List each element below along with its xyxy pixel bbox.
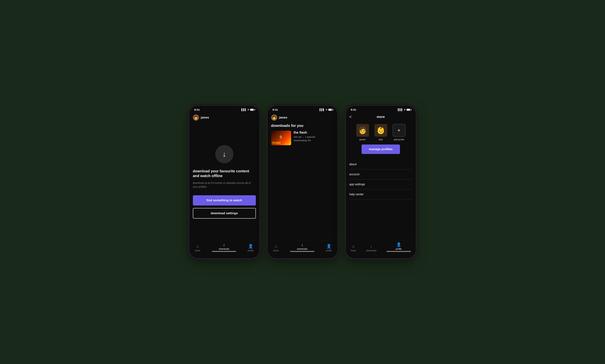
nav-profile-label-3: profile: [396, 248, 402, 250]
signal-icon-2: ▌▌▌: [320, 108, 325, 111]
profile-kids[interactable]: 👶 kids: [374, 124, 387, 141]
profile-avatar-kids: 👶: [374, 124, 387, 137]
status-icons-3: ▌▌▌ ▾: [398, 108, 411, 111]
download-size: 164 mb: [294, 136, 301, 138]
wifi-icon-2: ▾: [326, 108, 327, 111]
nav-downloads-label-3: downloads: [366, 249, 376, 252]
battery-icon-3: [407, 109, 411, 111]
flash-logo: FLASH: [272, 142, 281, 144]
battery-wrapper: [250, 109, 254, 111]
nav-home-3[interactable]: ⌂ home: [351, 244, 356, 252]
downloads-icon-2: ↓: [301, 242, 303, 247]
signal-icon-3: ▌▌▌: [398, 108, 403, 111]
profile-james[interactable]: 🧑 james: [356, 124, 369, 141]
battery-icon: [250, 109, 254, 111]
username-2: james: [279, 116, 287, 119]
p1-main-title: download your favourite content and watc…: [193, 169, 256, 178]
download-meta: 164 mb | 1 episode: [294, 136, 334, 138]
active-indicator-2: [290, 251, 314, 252]
find-something-to-watch-button[interactable]: find something to watch: [193, 195, 256, 206]
menu-item-app-settings[interactable]: app settings: [349, 180, 412, 189]
menu-item-help-center[interactable]: help center: [349, 189, 412, 199]
nav-downloads-2[interactable]: ↓ downloads: [290, 242, 314, 253]
download-progress: downloading 4%: [294, 139, 334, 142]
screen-content-1: 🧑 james ↓ download your favourite conten…: [189, 113, 259, 259]
screen-content-3: < more 🧑 james 👶 kids + add profie manag…: [346, 113, 416, 259]
profiles-section: 🧑 james 👶 kids + add profie: [346, 122, 416, 144]
nav-profile-label-1: profile: [248, 249, 254, 252]
profile-name-add: add profie: [394, 138, 404, 141]
p3-header: < more: [346, 113, 416, 122]
nav-profile-2[interactable]: 👤 profile: [326, 244, 332, 252]
profile-icon-3: 👤: [396, 242, 401, 247]
profile-add[interactable]: + add profie: [393, 124, 405, 141]
home-icon-2: ⌂: [275, 244, 277, 249]
active-indicator-1: [212, 251, 236, 252]
nav-profile-1[interactable]: 👤 profile: [248, 244, 254, 252]
nav-home-label-3: home: [351, 249, 356, 252]
menu-item-account[interactable]: account: [349, 169, 412, 180]
nav-downloads-1[interactable]: ↓ downloads: [212, 242, 236, 253]
profile-icon-2: 👤: [326, 244, 331, 249]
phone-1-downloads-empty: 9:41 ▌▌▌ ▾ 🧑 james ↓ download your favou…: [189, 105, 260, 259]
status-bar-2: 9:41 ▌▌▌ ▾: [268, 105, 338, 113]
p2-header: 🧑 james: [268, 113, 338, 124]
nav-downloads-label-2: downloads: [297, 248, 307, 250]
download-settings-button[interactable]: download settings: [193, 208, 256, 219]
screen-content-2: 🧑 james downloads for you 🏃 FLASH the fl…: [268, 113, 338, 259]
username-1: james: [201, 116, 209, 119]
download-episodes: 1 episode: [305, 136, 315, 138]
status-icons-2: ▌▌▌ ▾: [320, 108, 333, 111]
download-info: the flash 164 mb | 1 episode downloading…: [294, 131, 334, 142]
nav-home-label-1: home: [195, 249, 200, 252]
time-2: 9:41: [272, 108, 278, 111]
profile-avatar-add: +: [393, 124, 405, 137]
p1-body: ↓ download your favourite content and wa…: [189, 124, 259, 240]
wifi-icon: ▾: [248, 108, 249, 111]
downloads-section-title: downloads for you: [268, 124, 338, 131]
time-1: 9:41: [194, 108, 200, 111]
status-icons-1: ▌▌▌ ▾: [242, 108, 254, 111]
downloads-icon-1: ↓: [223, 242, 225, 247]
home-icon-3: ⌂: [352, 244, 354, 249]
wifi-icon-3: ▾: [404, 108, 405, 111]
downloads-icon-3: ↓: [370, 244, 372, 249]
manage-profiles-button[interactable]: manage profiles: [361, 144, 400, 154]
menu-item-about[interactable]: about: [349, 159, 412, 169]
phone-2-downloads-active: 9:41 ▌▌▌ ▾ 🧑 james downloads for you 🏃 F…: [267, 105, 338, 259]
avatar-1: 🧑: [193, 115, 199, 121]
nav-profile-label-2: profile: [326, 249, 332, 252]
menu-list: about account app settings help center: [346, 159, 416, 199]
time-3: 9:41: [351, 108, 356, 111]
download-icon-circle: ↓: [215, 145, 233, 163]
nav-bar-1: ⌂ home ↓ downloads 👤 profile: [189, 240, 259, 259]
download-item: 🏃 FLASH the flash 164 mb | 1 episode dow…: [268, 131, 338, 149]
avatar-2: 🧑: [271, 115, 277, 121]
battery-icon-2: [328, 109, 333, 111]
profile-icon-1: 👤: [248, 244, 253, 249]
flash-figure: 🏃: [278, 135, 284, 141]
profile-name-james: james: [359, 138, 366, 141]
meta-divider: |: [303, 136, 304, 138]
nav-home-label-2: home: [273, 249, 279, 252]
nav-bar-3: ⌂ home ↓ downloads 👤 profile: [346, 240, 416, 259]
back-button[interactable]: <: [349, 115, 352, 119]
nav-downloads-3[interactable]: ↓ downloads: [366, 244, 376, 252]
p1-subtitle: download up tp 25 movies or episodes acr…: [193, 181, 256, 189]
active-indicator-3: [386, 251, 411, 252]
status-bar-3: 9:41 ▌▌▌ ▾: [346, 105, 416, 113]
nav-home-1[interactable]: ⌂ home: [195, 244, 200, 252]
p1-header: 🧑 james: [189, 113, 259, 124]
status-bar-1: 9:41 ▌▌▌ ▾: [189, 105, 259, 113]
signal-icon: ▌▌▌: [242, 108, 246, 111]
nav-profile-3[interactable]: 👤 profile: [386, 242, 411, 253]
phone-3-more-menu: 9:41 ▌▌▌ ▾ < more 🧑 james 👶 kids + add p…: [345, 105, 416, 259]
nav-home-2[interactable]: ⌂ home: [273, 244, 279, 252]
profile-name-kids: kids: [379, 138, 383, 141]
profile-avatar-james: 🧑: [356, 124, 369, 137]
home-icon-1: ⌂: [196, 244, 199, 249]
download-title: the flash: [294, 131, 334, 134]
nav-downloads-label-1: downloads: [219, 248, 229, 250]
download-thumbnail: 🏃 FLASH: [271, 131, 291, 145]
nav-bar-2: ⌂ home ↓ downloads 👤 profile: [268, 240, 338, 259]
